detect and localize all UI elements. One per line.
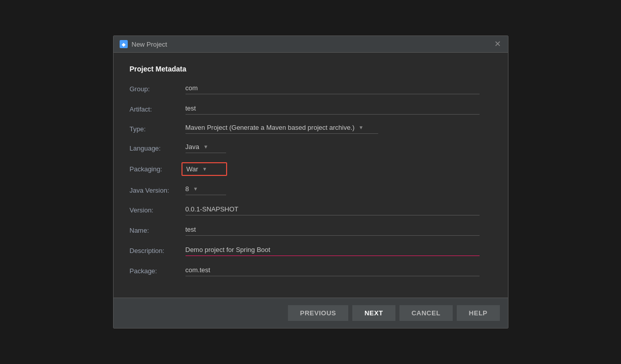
title-bar: ◆ New Project ✕ — [114, 36, 508, 53]
section-title: Project Metadata — [130, 65, 492, 73]
packaging-select[interactable]: War ▼ — [181, 162, 227, 176]
group-label: Group: — [130, 85, 186, 93]
language-label: Language: — [130, 144, 186, 152]
description-row: Description: — [130, 245, 492, 256]
package-input[interactable] — [186, 265, 480, 276]
dialog-icon: ◆ — [120, 40, 128, 48]
new-project-dialog: ◆ New Project ✕ Project Metadata Group: … — [113, 35, 508, 329]
type-row: Type: Maven Project (Generate a Maven ba… — [130, 124, 492, 134]
previous-button[interactable]: PREVIOUS — [288, 305, 348, 321]
language-dropdown-arrow: ▼ — [203, 144, 208, 150]
java-version-dropdown-arrow: ▼ — [193, 186, 198, 192]
packaging-select-value: War — [187, 165, 198, 173]
dialog-body: Project Metadata Group: Artifact: Type: … — [114, 53, 508, 298]
package-row: Package: — [130, 265, 492, 276]
artifact-input[interactable] — [186, 103, 480, 115]
dialog-footer: PREVIOUS NEXT CANCEL HELP — [114, 298, 508, 328]
language-select[interactable]: Java ▼ — [186, 143, 226, 153]
packaging-row: Packaging: War ▼ — [130, 162, 492, 176]
cancel-button[interactable]: CANCEL — [399, 305, 453, 321]
packaging-dropdown-arrow: ▼ — [202, 166, 207, 172]
name-input[interactable] — [186, 225, 480, 236]
language-select-value: Java — [186, 143, 199, 151]
group-input[interactable] — [186, 83, 480, 94]
artifact-label: Artifact: — [130, 105, 186, 113]
version-label: Version: — [130, 206, 186, 214]
java-version-label: Java Version: — [130, 187, 186, 194]
title-bar-left: ◆ New Project — [120, 40, 167, 48]
close-button[interactable]: ✕ — [493, 40, 502, 48]
help-button[interactable]: HELP — [457, 305, 500, 321]
java-version-row: Java Version: 8 ▼ — [130, 185, 492, 195]
description-label: Description: — [130, 247, 186, 254]
type-dropdown-arrow: ▼ — [358, 125, 363, 130]
java-version-select-value: 8 — [186, 185, 189, 193]
type-select-value: Maven Project (Generate a Maven based pr… — [186, 124, 355, 131]
type-label: Type: — [130, 125, 186, 133]
artifact-row: Artifact: — [130, 103, 492, 115]
next-button[interactable]: NEXT — [352, 305, 395, 321]
description-input[interactable] — [186, 245, 480, 256]
packaging-label: Packaging: — [130, 165, 186, 173]
version-row: Version: — [130, 204, 492, 215]
version-input[interactable] — [186, 204, 480, 215]
group-row: Group: — [130, 83, 492, 94]
java-version-select[interactable]: 8 ▼ — [186, 185, 226, 195]
package-label: Package: — [130, 267, 186, 275]
type-select[interactable]: Maven Project (Generate a Maven based pr… — [186, 124, 378, 134]
dialog-title: New Project — [132, 41, 167, 48]
name-label: Name: — [130, 227, 186, 234]
name-row: Name: — [130, 225, 492, 236]
language-row: Language: Java ▼ — [130, 143, 492, 153]
